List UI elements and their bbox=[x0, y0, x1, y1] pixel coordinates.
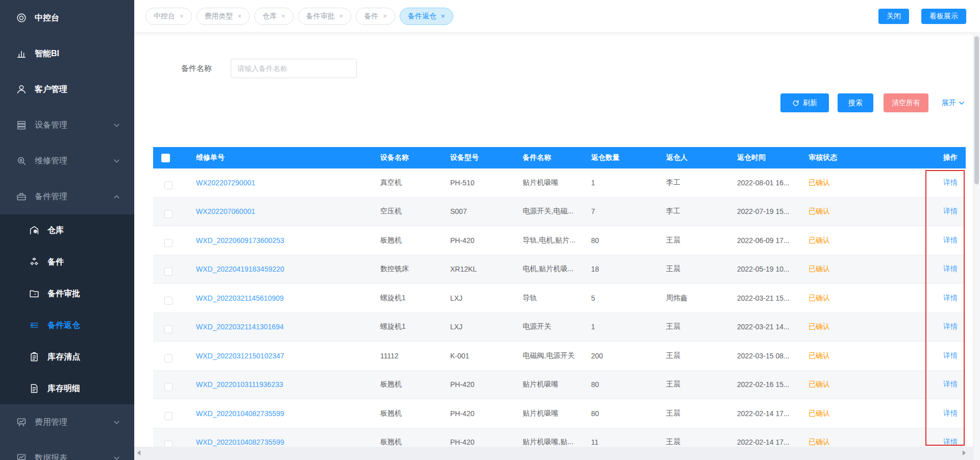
tab-pill[interactable]: 费用类型 × bbox=[197, 8, 250, 25]
scroll-left-arrow-icon[interactable] bbox=[137, 450, 140, 455]
part-name-label: 备件名称 bbox=[181, 59, 212, 78]
order-number-link[interactable]: WXD_20220103111936233 bbox=[196, 380, 380, 389]
device-name-cell: 螺旋机1 bbox=[380, 322, 450, 331]
row-checkbox[interactable] bbox=[164, 239, 173, 247]
tab-pill[interactable]: 仓库 × bbox=[254, 8, 293, 25]
board-display-button[interactable]: 看板展示 bbox=[921, 9, 966, 24]
detail-link[interactable]: 详情 bbox=[914, 351, 966, 360]
return-time-cell: 2022-03-21 15... bbox=[737, 294, 808, 302]
sidebar-item[interactable]: 备件管理 bbox=[0, 179, 134, 214]
sidebar-item[interactable]: 费用管理 bbox=[0, 404, 134, 440]
detail-link[interactable]: 详情 bbox=[914, 207, 966, 216]
row-checkbox[interactable] bbox=[164, 354, 173, 362]
detail-link[interactable]: 详情 bbox=[914, 236, 966, 245]
clear-all-button[interactable]: 清空所有 bbox=[884, 93, 928, 112]
part-name-cell: 电源开关 bbox=[523, 322, 591, 331]
sidebar-item[interactable]: 设备管理 bbox=[0, 107, 134, 143]
tab-close-icon[interactable]: × bbox=[180, 13, 184, 19]
part-name-cell: 电源开关,电磁... bbox=[523, 207, 591, 216]
device-model-cell: PH-510 bbox=[450, 179, 523, 187]
device-model-cell: LXJ bbox=[450, 294, 523, 302]
search-button[interactable]: 搜索 bbox=[838, 93, 873, 112]
col-header: 维修单号 bbox=[196, 153, 380, 162]
sidebar-item[interactable]: 库存清点 bbox=[0, 341, 134, 373]
row-checkbox[interactable] bbox=[164, 297, 173, 305]
audit-status-cell: 已确认 bbox=[808, 409, 914, 418]
detail-link[interactable]: 详情 bbox=[914, 264, 966, 274]
table-body: WX202207290001 真空机 PH-510 贴片机吸嘴 1 李工 202… bbox=[153, 168, 966, 447]
device-model-cell: K-001 bbox=[450, 352, 523, 360]
detail-link[interactable]: 详情 bbox=[914, 322, 966, 331]
device-name-cell: 板翘机 bbox=[380, 236, 450, 245]
detail-link[interactable]: 详情 bbox=[914, 380, 966, 389]
order-number-link[interactable]: WXD_20220312150102347 bbox=[196, 352, 380, 360]
approval-folder-icon bbox=[28, 287, 40, 300]
return-person-cell: 王晨 bbox=[666, 438, 737, 447]
scroll-right-arrow-icon[interactable] bbox=[963, 450, 966, 455]
tab-pill[interactable]: 备件 × bbox=[356, 8, 395, 25]
sidebar-item[interactable]: 备件审批 bbox=[0, 278, 134, 309]
sidebar-item[interactable]: 备件 bbox=[0, 246, 134, 278]
part-name-input[interactable] bbox=[231, 59, 357, 78]
tab-close-icon[interactable]: × bbox=[238, 13, 242, 19]
order-number-link[interactable]: WXD_20220321145610909 bbox=[196, 294, 380, 302]
tab-pill[interactable]: 备件审批 × bbox=[298, 8, 352, 25]
order-number-link[interactable]: WXD_20220321141301694 bbox=[196, 323, 380, 331]
device-name-cell: 板翘机 bbox=[380, 380, 450, 389]
sidebar-item[interactable]: 智能BI bbox=[0, 36, 134, 71]
row-checkbox[interactable] bbox=[164, 210, 173, 218]
tab-close-icon[interactable]: × bbox=[383, 13, 387, 19]
sidebar-item[interactable]: 中控台 bbox=[0, 0, 134, 36]
sidebar-item[interactable]: 仓库 bbox=[0, 214, 134, 246]
table-row: WXD_20220609173600253 板翘机 PH-420 导轨,电机,贴… bbox=[153, 226, 966, 255]
parts-cube-icon bbox=[28, 256, 40, 268]
sidebar-item[interactable]: 数据报表 bbox=[0, 440, 134, 460]
sidebar-item[interactable]: 备件返仓 bbox=[0, 309, 134, 341]
select-all-checkbox[interactable] bbox=[161, 154, 170, 162]
order-number-link[interactable]: WXD_20220104082735599 bbox=[196, 438, 380, 446]
close-button[interactable]: 关闭 bbox=[878, 9, 909, 24]
sidebar-item[interactable]: 客户管理 bbox=[0, 71, 134, 107]
row-checkbox[interactable] bbox=[164, 441, 173, 447]
sidebar-item[interactable]: 库存明细 bbox=[0, 373, 134, 404]
order-number-link[interactable]: WX202207060001 bbox=[196, 207, 380, 215]
audit-status-cell: 已确认 bbox=[808, 322, 914, 331]
return-time-cell: 2022-08-01 16... bbox=[737, 179, 808, 187]
refresh-button[interactable]: 刷新 bbox=[780, 93, 829, 112]
order-number-link[interactable]: WXD_20220419183459220 bbox=[196, 265, 380, 273]
tab-close-icon[interactable]: × bbox=[339, 13, 344, 19]
return-time-cell: 2022-06-09 17... bbox=[737, 236, 808, 245]
order-number-link[interactable]: WXD_20220609173600253 bbox=[196, 236, 380, 245]
row-checkbox[interactable] bbox=[164, 268, 173, 276]
return-qty-cell: 7 bbox=[591, 207, 666, 215]
detail-link[interactable]: 详情 bbox=[914, 438, 966, 447]
tab-pill[interactable]: 备件返仓 × bbox=[400, 8, 453, 25]
device-name-cell: 螺旋机1 bbox=[380, 294, 450, 303]
detail-link[interactable]: 详情 bbox=[914, 178, 966, 187]
return-qty-cell: 1 bbox=[591, 323, 666, 331]
tab-close-icon[interactable]: × bbox=[281, 13, 285, 19]
return-person-cell: 王晨 bbox=[666, 322, 737, 331]
tab-pill[interactable]: 中控台 × bbox=[145, 8, 192, 25]
return-person-cell: 王晨 bbox=[666, 236, 737, 245]
row-checkbox[interactable] bbox=[164, 383, 173, 391]
audit-status-cell: 已确认 bbox=[808, 294, 914, 303]
row-checkbox[interactable] bbox=[164, 412, 173, 420]
detail-link[interactable]: 详情 bbox=[914, 409, 966, 418]
detail-link[interactable]: 详情 bbox=[914, 294, 966, 303]
row-checkbox[interactable] bbox=[164, 325, 173, 333]
row-checkbox[interactable] bbox=[164, 181, 173, 189]
order-number-link[interactable]: WXD_20220104082735599 bbox=[196, 409, 380, 418]
order-number-link[interactable]: WX202207290001 bbox=[196, 179, 380, 187]
return-person-cell: 李工 bbox=[666, 178, 737, 187]
col-header: 审核状态 bbox=[808, 153, 914, 162]
expand-toggle[interactable]: 展开 bbox=[942, 93, 965, 112]
vertical-scrollbar-thumb[interactable] bbox=[974, 36, 979, 184]
return-person-cell: 王晨 bbox=[666, 380, 737, 389]
tab-close-icon[interactable]: × bbox=[441, 13, 445, 19]
sidebar-item[interactable]: 维修管理 bbox=[0, 143, 134, 179]
col-header: 返仓人 bbox=[666, 153, 737, 162]
table-row: WXD_20220312150102347 11112 K-001 电磁阀,电源… bbox=[153, 342, 966, 371]
device-model-cell: LXJ bbox=[450, 323, 523, 331]
dashboard-icon bbox=[15, 12, 28, 24]
